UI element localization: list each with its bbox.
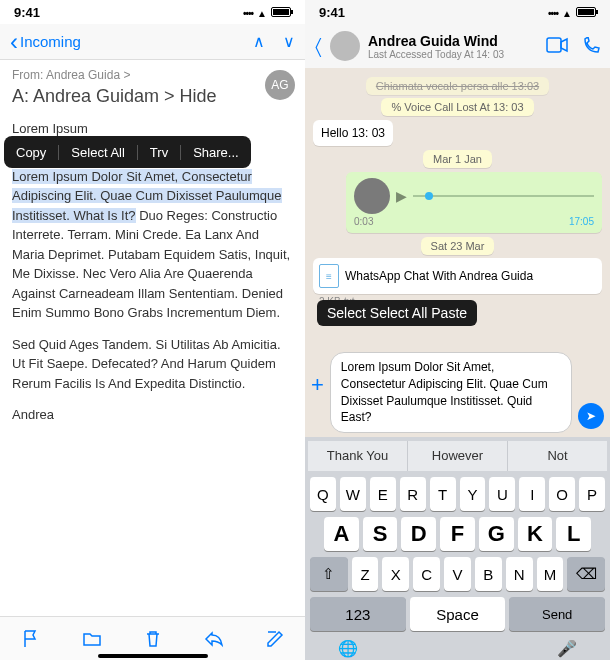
keyboard-send-key[interactable]: Send [509,597,605,631]
contact-name: Andrea Guida Wind [368,33,504,49]
document-icon: ≡ [319,264,339,288]
key-s[interactable]: S [363,517,398,551]
back-button[interactable]: Incoming [10,28,81,56]
share-action[interactable]: Share... [181,145,251,160]
select-all-action[interactable]: Select All [59,145,137,160]
key-row-2: A S D F G K L [308,517,607,551]
key-t[interactable]: T [430,477,456,511]
flag-button[interactable] [21,629,41,649]
key-k[interactable]: K [518,517,553,551]
key-d[interactable]: D [401,517,436,551]
contact-info[interactable]: Andrea Guida Wind Last Accessed Today At… [368,33,504,60]
key-y[interactable]: Y [460,477,486,511]
svg-rect-0 [547,38,561,52]
attach-button[interactable]: + [311,352,324,398]
message-input[interactable]: Lorem Ipsum Dolor Sit Amet, Consectetur … [330,352,572,433]
voice-message[interactable]: 0:03 17:05 [346,172,602,233]
key-g[interactable]: G [479,517,514,551]
prev-message-button[interactable] [253,32,265,51]
contact-avatar[interactable] [330,31,360,61]
file-name: WhatsApp Chat With Andrea Guida [345,269,533,283]
text-selection-menu: Copy Select All Trv Share... [4,136,251,168]
prediction-2[interactable]: However [408,441,508,471]
key-row-1: Q W E R T Y U I O P [308,477,607,511]
paste-context-menu[interactable]: Select Select All Paste [317,300,477,326]
reply-button[interactable] [204,629,224,649]
numbers-key[interactable]: 123 [310,597,406,631]
voice-track[interactable] [413,195,594,197]
key-row-4: 123 Space Send [308,597,607,631]
voice-position: 0:03 [354,216,373,227]
dictation-key[interactable]: 🎤 [557,639,577,658]
chevron-left-icon [10,28,18,56]
key-l[interactable]: L [556,517,591,551]
key-x[interactable]: X [382,557,409,591]
next-message-button[interactable] [283,32,295,51]
copy-action[interactable]: Copy [4,145,59,160]
shift-key[interactable]: ⇧ [310,557,348,591]
space-key[interactable]: Space [410,597,506,631]
wifi-icon [257,5,267,20]
status-indicators [243,5,291,20]
chat-header: Andrea Guida Wind Last Accessed Today At… [305,24,610,68]
keyboard: Thank You However Not Q W E R T Y U I O … [305,437,610,660]
status-indicators [548,5,596,20]
paragraph-1-rest: Duo Reges: Constructio Interrete. Terram… [12,208,290,321]
key-n[interactable]: N [506,557,533,591]
status-time: 9:41 [319,5,345,20]
trash-button[interactable] [143,629,163,649]
play-icon[interactable] [396,188,407,204]
key-c[interactable]: C [413,557,440,591]
key-z[interactable]: Z [352,557,379,591]
key-b[interactable]: B [475,557,502,591]
keyboard-footer: 🌐 🎤 [308,631,607,660]
key-u[interactable]: U [489,477,515,511]
date-pill: Mar 1 Jan [423,150,492,168]
key-f[interactable]: F [440,517,475,551]
key-e[interactable]: E [370,477,396,511]
voice-avatar [354,178,390,214]
key-row-3: ⇧ Z X C V B N M ⌫ [308,557,607,591]
send-button[interactable] [578,403,604,429]
voice-call-button[interactable] [582,37,600,55]
status-bar: 9:41 [305,0,610,24]
compose-bar: + Lorem Ipsum Dolor Sit Amet, Consectetu… [305,348,610,437]
home-indicator[interactable] [98,654,208,658]
sender-avatar[interactable]: AG [265,70,295,100]
folder-button[interactable] [82,629,102,649]
key-i[interactable]: I [519,477,545,511]
signal-icon [548,5,558,20]
message-in[interactable]: Hello 13: 03 [313,120,393,146]
key-a[interactable]: A [324,517,359,551]
from-line[interactable]: From: Andrea Guida > [12,68,293,82]
key-p[interactable]: P [579,477,605,511]
subject-line: A: Andrea Guidam > Hide [12,86,293,107]
battery-icon [576,7,596,17]
battery-icon [271,7,291,17]
key-q[interactable]: Q [310,477,336,511]
key-m[interactable]: M [537,557,564,591]
globe-key[interactable]: 🌐 [338,639,358,658]
status-bar: 9:41 [0,0,305,24]
video-call-button[interactable] [546,37,568,55]
back-label: Incoming [20,33,81,50]
key-r[interactable]: R [400,477,426,511]
prediction-3[interactable]: Not [508,441,607,471]
status-time: 9:41 [14,5,40,20]
signature: Andrea [12,405,293,425]
back-button[interactable] [315,35,322,58]
trv-action[interactable]: Trv [138,145,181,160]
backspace-key[interactable]: ⌫ [567,557,605,591]
last-seen: Last Accessed Today At 14: 03 [368,49,504,60]
missed-call-pill: % Voice Call Lost At 13: 03 [381,98,533,116]
key-v[interactable]: V [444,557,471,591]
file-attachment[interactable]: ≡ WhatsApp Chat With Andrea Guida [313,258,602,294]
system-pill-faded: Chiamata vocale persa alle 13:03 [366,77,549,95]
key-o[interactable]: O [549,477,575,511]
compose-button[interactable] [265,629,285,649]
mail-meta: From: Andrea Guida > A: Andrea Guidam > … [0,60,305,111]
wifi-icon [562,5,572,20]
key-w[interactable]: W [340,477,366,511]
date-pill: Sat 23 Mar [421,237,495,255]
prediction-1[interactable]: Thank You [308,441,408,471]
